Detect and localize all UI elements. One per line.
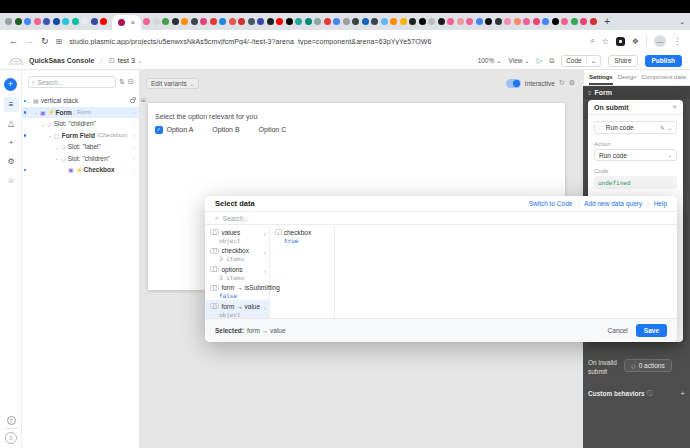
- site-info-icon[interactable]: ⊞: [56, 37, 63, 46]
- tab-favicon[interactable]: [419, 18, 426, 25]
- edit-variants-dropdown[interactable]: Edit variants⌄: [146, 78, 199, 89]
- tab-favicon[interactable]: [72, 18, 79, 25]
- switch-to-code-link[interactable]: Switch to Code: [529, 200, 573, 207]
- fullscreen-icon[interactable]: ⧉: [549, 57, 554, 65]
- insert-button[interactable]: +: [4, 78, 17, 91]
- tab-favicon[interactable]: [447, 18, 454, 25]
- outline-search-box[interactable]: ⌕: [28, 76, 116, 88]
- tab-favicon[interactable]: [324, 18, 331, 25]
- tab-favicon[interactable]: [153, 18, 160, 25]
- tab-favicon[interactable]: [43, 18, 50, 25]
- plasmic-logo[interactable]: [8, 52, 24, 70]
- action-select[interactable]: Run code ⌄: [594, 149, 677, 161]
- user-avatar[interactable]: ≡: [5, 432, 17, 444]
- forward-icon[interactable]: →: [25, 36, 34, 46]
- tokens-icon[interactable]: ○: [4, 173, 19, 188]
- tab-favicon[interactable]: [162, 18, 169, 25]
- tab-favicon[interactable]: [590, 18, 597, 25]
- back-icon[interactable]: ←: [9, 36, 18, 46]
- tab-favicon[interactable]: [286, 18, 293, 25]
- component-section-header[interactable]: ≡ Form: [583, 86, 690, 99]
- arena-caret-icon[interactable]: ⌄: [137, 57, 142, 64]
- project-name[interactable]: QuickSaas Console: [29, 57, 94, 64]
- bookmark-star-icon[interactable]: ☆: [602, 37, 609, 46]
- add-new-data-query-link[interactable]: Add new data query: [584, 200, 642, 207]
- data-node-form-issubmitting[interactable]: {}form → isSubmittingfalse: [205, 282, 269, 301]
- help-link[interactable]: Help: [654, 200, 667, 207]
- tab-favicon[interactable]: [229, 18, 236, 25]
- close-icon[interactable]: ×: [672, 103, 677, 111]
- add-page-icon[interactable]: +: [4, 135, 19, 150]
- tree-row-form[interactable]: ⌄▣⚡Form: Form›: [22, 107, 139, 119]
- data-search-input[interactable]: [223, 215, 667, 222]
- tab-favicon[interactable]: [400, 18, 407, 25]
- tab-favicon[interactable]: [257, 18, 264, 25]
- tab-favicon[interactable]: [542, 18, 549, 25]
- tree-row-slot-children[interactable]: ⌄◇Slot: "children"›: [22, 118, 139, 130]
- interactive-toggle[interactable]: [506, 79, 521, 88]
- option-option-a[interactable]: ✓Option A: [155, 126, 193, 134]
- share-button[interactable]: Share: [608, 55, 637, 67]
- tree-row-checkbox[interactable]: ▣⚡Checkbox›: [22, 164, 139, 176]
- tab-favicon[interactable]: [210, 18, 217, 25]
- tab-favicon[interactable]: [267, 18, 274, 25]
- tab-favicon[interactable]: [5, 18, 12, 25]
- edit-pencil-icon[interactable]: ✎: [660, 124, 665, 131]
- lock-icon[interactable]: [130, 99, 135, 103]
- tab-favicon[interactable]: [533, 18, 540, 25]
- tab-favicon[interactable]: [15, 18, 22, 25]
- artboard-grid-icon[interactable]: ⊞: [141, 96, 146, 103]
- tab-favicon[interactable]: [24, 18, 31, 25]
- cancel-button[interactable]: Cancel: [608, 327, 628, 334]
- outline-tree-icon[interactable]: ≡: [4, 97, 19, 112]
- interaction-row[interactable]: ∷ Run code ✎ ⌄: [594, 121, 677, 134]
- active-browser-tab[interactable]: ×: [112, 15, 142, 30]
- tab-favicon[interactable]: [428, 18, 435, 25]
- tab-favicon[interactable]: [191, 18, 198, 25]
- settings-gear-icon[interactable]: ⚙: [4, 154, 19, 169]
- extension-badge-icon[interactable]: [616, 37, 625, 46]
- tab-favicon[interactable]: [100, 18, 107, 25]
- modal-search-row[interactable]: ⌕: [205, 212, 677, 225]
- tab-favicon[interactable]: [53, 18, 60, 25]
- tree-row-slot-children[interactable]: ⌄◇Slot: "children"›: [22, 153, 139, 165]
- publish-button[interactable]: Publish: [645, 55, 682, 67]
- components-icon[interactable]: △: [4, 116, 19, 131]
- tab-favicon[interactable]: [314, 18, 321, 25]
- tab-favicon[interactable]: [181, 18, 188, 25]
- tab-favicon[interactable]: [476, 18, 483, 25]
- code-value-box[interactable]: undefined: [594, 176, 677, 189]
- data-node-checkbox[interactable]: ✓checkboxtrue: [270, 226, 334, 245]
- code-button[interactable]: Code ⌄: [561, 55, 601, 67]
- tab-favicon[interactable]: [343, 18, 350, 25]
- data-node-values[interactable]: {}valuesobject›: [205, 226, 269, 245]
- outline-search-input[interactable]: [37, 79, 107, 86]
- code-button-label[interactable]: Code: [562, 57, 586, 64]
- view-dropdown[interactable]: View ⌄: [509, 57, 530, 65]
- data-node-form-value[interactable]: {}form → valueobject›: [205, 300, 269, 319]
- tab-favicon[interactable]: [504, 18, 511, 25]
- tab-favicon[interactable]: [580, 18, 587, 25]
- actions-count-button[interactable]: ◇ 0 actions: [624, 359, 672, 372]
- add-behavior-button[interactable]: +: [680, 389, 685, 398]
- zoom-level-dropdown[interactable]: 100% ⌄: [478, 57, 502, 65]
- arena-name[interactable]: test 3: [118, 57, 135, 64]
- tab-favicon[interactable]: [172, 18, 179, 25]
- tree-row-slot-label[interactable]: ⌄◇Slot: "label"›: [22, 141, 139, 153]
- tab-favicon[interactable]: [305, 18, 312, 25]
- tab-component-data[interactable]: Component data: [641, 70, 685, 85]
- profile-avatar[interactable]: —: [654, 35, 666, 47]
- tab-favicon[interactable]: [143, 18, 150, 25]
- url-text[interactable]: studio.plasmic.app/projects/u5enwxsNkAs5…: [69, 38, 583, 45]
- refresh-icon[interactable]: ↻: [559, 79, 565, 87]
- tab-favicon[interactable]: [81, 18, 88, 25]
- tab-favicon[interactable]: [438, 18, 445, 25]
- tab-favicon[interactable]: [248, 18, 255, 25]
- tab-favicon[interactable]: [495, 18, 502, 25]
- data-node-options[interactable]: []options3 items›: [205, 263, 269, 282]
- tab-favicon[interactable]: [362, 18, 369, 25]
- tab-favicon[interactable]: [219, 18, 226, 25]
- tab-design[interactable]: Design: [618, 70, 637, 85]
- drag-dots-icon[interactable]: ∷: [599, 124, 603, 131]
- save-button[interactable]: Save: [636, 324, 667, 337]
